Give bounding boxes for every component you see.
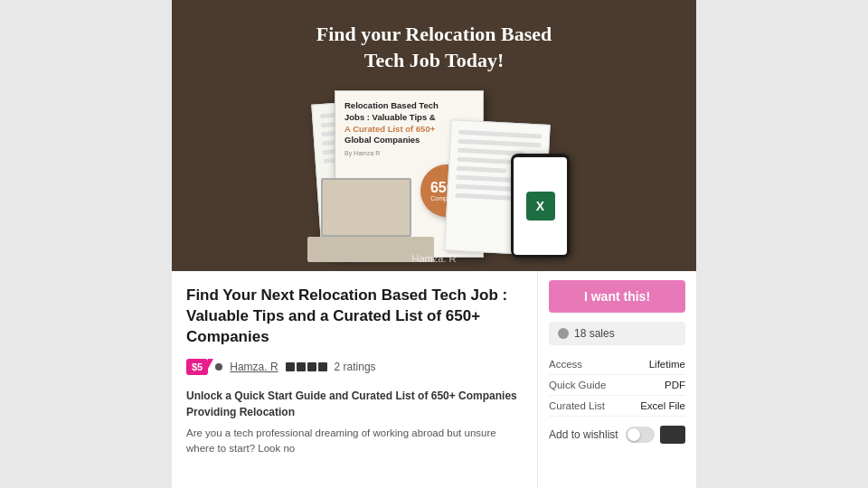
author-name[interactable]: Hamza. R <box>230 361 278 373</box>
left-content: Find Your Next Relocation Based Tech Job… <box>172 271 538 488</box>
wishlist-row: Add to wishlist <box>549 426 685 444</box>
wishlist-dark-button[interactable] <box>660 426 685 444</box>
description-bold: Unlock a Quick Start Guide and Curated L… <box>186 389 517 418</box>
page-container: Find your Relocation BasedTech Job Today… <box>172 0 696 488</box>
quick-guide-value: PDF <box>625 375 685 396</box>
hero-author-credit: Hamza. R <box>412 253 457 264</box>
content-section: Find Your Next Relocation Based Tech Job… <box>172 271 696 488</box>
outer-wrapper: Find your Relocation BasedTech Job Today… <box>0 0 868 488</box>
wishlist-label: Add to wishlist <box>549 428 620 441</box>
paper-line <box>458 130 542 139</box>
product-info-table: Access Lifetime Quick Guide PDF Curated … <box>549 354 685 417</box>
sales-badge: 18 sales <box>549 322 685 345</box>
access-label: Access <box>549 354 625 375</box>
hero-section: Find your Relocation BasedTech Job Today… <box>172 0 696 271</box>
price-badge: $5 <box>186 359 208 375</box>
right-sidebar: I want this! 18 sales Access Lifetime Qu… <box>538 271 696 488</box>
book-cover-highlight: A Curated List of 650+ <box>344 124 435 134</box>
wishlist-toggle[interactable] <box>626 427 655 443</box>
curated-list-value: Excel File <box>625 396 685 417</box>
rating-stars <box>286 362 327 371</box>
curated-list-row: Curated List Excel File <box>549 396 685 417</box>
star-3 <box>307 362 316 371</box>
excel-icon: X <box>526 192 555 221</box>
laptop-screen <box>321 178 411 237</box>
star-1 <box>286 362 295 371</box>
phone-mockup: X <box>511 154 570 258</box>
book-mockup: Relocation Based Tech Jobs : Valuable Ti… <box>289 88 579 262</box>
hero-title: Find your Relocation BasedTech Job Today… <box>316 22 552 73</box>
phone-screen: X <box>514 157 567 255</box>
laptop-mockup <box>307 172 466 262</box>
curated-list-label: Curated List <box>549 396 625 417</box>
wishlist-toggle-knob <box>627 428 640 441</box>
quick-guide-row: Quick Guide PDF <box>549 375 685 396</box>
star-2 <box>297 362 306 371</box>
star-4 <box>318 362 327 371</box>
sales-icon <box>558 328 569 339</box>
paper-line <box>458 139 541 148</box>
product-title: Find Your Next Relocation Based Tech Job… <box>186 286 523 348</box>
description-title: Unlock a Quick Start Guide and Curated L… <box>186 388 523 420</box>
sales-count: 18 sales <box>574 327 615 340</box>
description-body: Are you a tech professional dreaming of … <box>186 426 523 457</box>
quick-guide-label: Quick Guide <box>549 375 625 396</box>
meta-row: $5 Hamza. R 2 ratings <box>186 359 523 375</box>
author-dot <box>215 363 222 371</box>
buy-button[interactable]: I want this! <box>549 280 685 313</box>
ratings-count: 2 ratings <box>335 361 376 373</box>
access-row: Access Lifetime <box>549 354 685 375</box>
access-value: Lifetime <box>625 354 685 375</box>
